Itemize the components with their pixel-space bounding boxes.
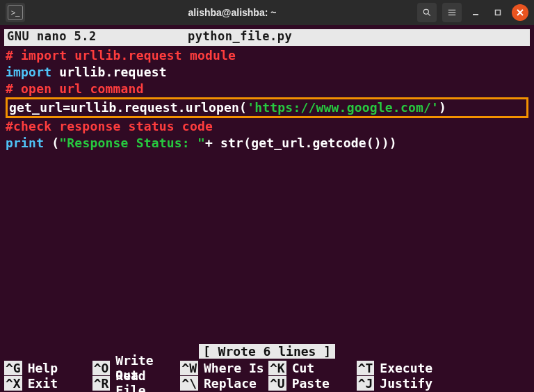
maximize-button[interactable] [490,4,506,21]
nano-shortcut-bar: ^GHelp ^OWrite Out ^WWhere Is ^KCut ^TEx… [0,360,534,392]
close-icon [517,9,524,16]
shortcut-key: ^U [268,376,286,391]
shortcut-help[interactable]: ^GHelp [4,360,90,375]
search-icon [422,8,432,17]
svg-line-1 [428,13,430,15]
code-keyword: print [6,136,44,150]
window-titlebar: >_ alishba@alishba: ~ [0,0,534,25]
shortcut-label: Cut [292,361,315,375]
nano-status-line: [ Wrote 6 lines ] [0,344,534,359]
shortcut-key: ^X [4,376,22,391]
shortcut-label: Justify [380,376,432,391]
shortcut-key: ^T [357,361,375,375]
code-line: #check response status code [6,118,528,135]
shortcut-label: Replace [204,376,257,391]
shortcut-paste[interactable]: ^UPaste [268,375,354,391]
shortcut-key: ^\ [180,376,198,391]
shortcut-key: ^W [180,361,198,375]
code-line: # import urllib.request module [6,47,528,64]
shortcut-label: Execute [380,361,432,375]
close-button[interactable] [512,4,528,21]
window-title: alishba@alishba: ~ [89,7,375,18]
shortcut-label: Help [28,361,58,375]
search-button[interactable] [417,3,437,22]
code-text: str(get_url.getcode())) [220,136,397,150]
code-line: # open url command [6,81,528,97]
shortcut-read-file[interactable]: ^RRead File [92,375,178,391]
code-text: ) [439,100,446,115]
maximize-icon [494,9,501,16]
svg-point-0 [423,9,428,14]
shortcut-key: ^O [92,361,111,375]
shortcut-label: Exit [28,376,58,391]
minimize-button[interactable] [467,4,484,21]
code-text: ( [44,136,59,150]
nano-status-text: [ Wrote 6 lines ] [199,344,335,359]
shortcut-cut[interactable]: ^KCut [268,360,354,375]
hamburger-icon [447,8,457,17]
shortcut-label: Read File [115,368,177,392]
code-line: import urllib.request [6,64,528,81]
code-string: "Response Status: " [59,136,205,150]
menu-button[interactable] [442,3,462,22]
shortcut-label: Paste [292,376,330,391]
shortcut-execute[interactable]: ^TExecute [357,360,442,375]
terminal-icon: >_ [8,5,23,20]
nano-filename: python_file.py [188,29,527,46]
shortcut-key: ^G [4,361,22,375]
shortcut-exit[interactable]: ^XExit [4,375,90,391]
code-text: get_url=urllib.request.urlopen( [9,100,247,115]
minimize-icon [472,9,479,16]
shortcut-justify[interactable]: ^JJustify [357,375,442,391]
shortcut-key: ^J [357,376,375,391]
code-string: https://www.google.com/ [254,100,431,115]
svg-rect-6 [496,10,501,15]
nano-app-name: GNU nano 5.2 [7,29,188,46]
code-comment: # open url command [6,81,144,96]
code-string: ' [247,100,254,115]
code-text: + [205,136,220,150]
code-string: ' [431,100,439,115]
code-comment: # import urllib.request module [6,48,236,63]
shortcut-label: Where Is [204,361,264,375]
code-keyword: import [6,65,51,79]
shortcut-key: ^R [92,376,111,391]
shortcut-replace[interactable]: ^\Replace [180,375,266,391]
shortcut-where-is[interactable]: ^WWhere Is [180,360,266,375]
editor-area[interactable]: # import urllib.request module import ur… [0,46,534,152]
code-comment: #check response status code [6,119,213,133]
highlighted-line: get_url=urllib.request.urlopen('https://… [6,97,528,118]
shortcut-key: ^K [268,361,286,375]
nano-header: GNU nano 5.2 python_file.py [4,29,530,46]
new-tab-button[interactable]: >_ [6,3,25,22]
code-line: print ("Response Status: "+ str(get_url.… [6,135,528,152]
code-text: urllib.request [51,65,167,79]
